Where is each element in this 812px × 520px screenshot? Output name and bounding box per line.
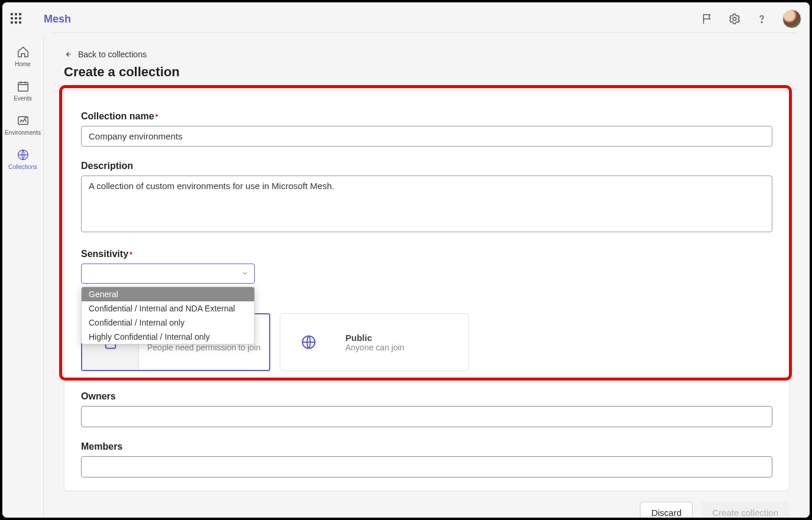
members-label: Members <box>81 441 772 452</box>
back-link-label: Back to collections <box>78 50 147 59</box>
sensitivity-option[interactable]: Highly Confidential / Internal only <box>82 330 254 344</box>
sidebar: Home Events Environments Collections <box>2 35 44 518</box>
required-asterisk: * <box>156 113 158 121</box>
avatar[interactable] <box>782 9 801 28</box>
gear-icon[interactable] <box>728 12 741 25</box>
privacy-title: Public <box>345 333 405 343</box>
sidebar-item-label: Home <box>15 61 31 67</box>
description-label: Description <box>81 161 772 171</box>
form-card: Collection name* Description Sensitivity… <box>64 90 790 491</box>
globe-icon <box>280 314 337 370</box>
page-title: Create a collection <box>64 64 790 80</box>
description-input[interactable] <box>81 176 772 232</box>
svg-point-0 <box>733 17 736 21</box>
svg-point-1 <box>761 22 762 22</box>
required-asterisk: * <box>130 251 132 259</box>
topbar-right <box>701 9 801 28</box>
sensitivity-select[interactable] <box>81 264 255 284</box>
sensitivity-option[interactable]: Confidential / Internal and NDA External <box>82 301 254 316</box>
sidebar-item-label: Events <box>14 95 32 102</box>
content-area: Back to collections Create a collection … <box>44 35 810 518</box>
sensitivity-dropdown: General Confidential / Internal and NDA … <box>81 287 255 344</box>
privacy-option-public[interactable]: Public Anyone can join <box>280 313 469 371</box>
svg-rect-2 <box>18 82 28 91</box>
sidebar-item-environments[interactable]: Environments <box>5 108 41 142</box>
sidebar-item-label: Collections <box>8 164 37 170</box>
create-collection-button[interactable]: Create collection <box>701 502 790 518</box>
flag-icon[interactable] <box>701 12 714 25</box>
topbar: Mesh <box>2 2 810 35</box>
arrow-left-icon <box>64 50 72 58</box>
help-icon[interactable] <box>755 12 768 25</box>
collection-name-input[interactable] <box>81 126 772 147</box>
sidebar-item-events[interactable]: Events <box>5 73 41 108</box>
collection-name-label: Collection name* <box>81 111 772 122</box>
sensitivity-option[interactable]: Confidential / Internal only <box>82 316 254 330</box>
app-launcher-icon[interactable] <box>11 13 22 25</box>
owners-label: Owners <box>81 391 772 402</box>
topbar-divider <box>50 32 798 33</box>
app-title[interactable]: Mesh <box>44 13 71 25</box>
chevron-down-icon <box>241 269 248 279</box>
back-to-collections-link[interactable]: Back to collections <box>64 50 147 59</box>
privacy-body: Public Anyone can join <box>337 333 413 352</box>
owners-input[interactable] <box>81 406 772 427</box>
sidebar-item-label: Environments <box>5 129 41 136</box>
sidebar-item-home[interactable]: Home <box>5 39 41 73</box>
form-footer: Discard Create collection <box>64 502 790 518</box>
sensitivity-option[interactable]: General <box>82 287 254 301</box>
discard-button[interactable]: Discard <box>640 502 693 518</box>
svg-rect-3 <box>18 116 28 124</box>
members-input[interactable] <box>81 456 772 477</box>
sensitivity-select-wrap: General Confidential / Internal and NDA … <box>81 264 255 284</box>
sidebar-item-collections[interactable]: Collections <box>5 142 41 176</box>
sensitivity-label: Sensitivity* <box>81 249 772 259</box>
app-window: Mesh Home Events <box>2 2 810 518</box>
privacy-subtitle: Anyone can join <box>345 343 405 352</box>
